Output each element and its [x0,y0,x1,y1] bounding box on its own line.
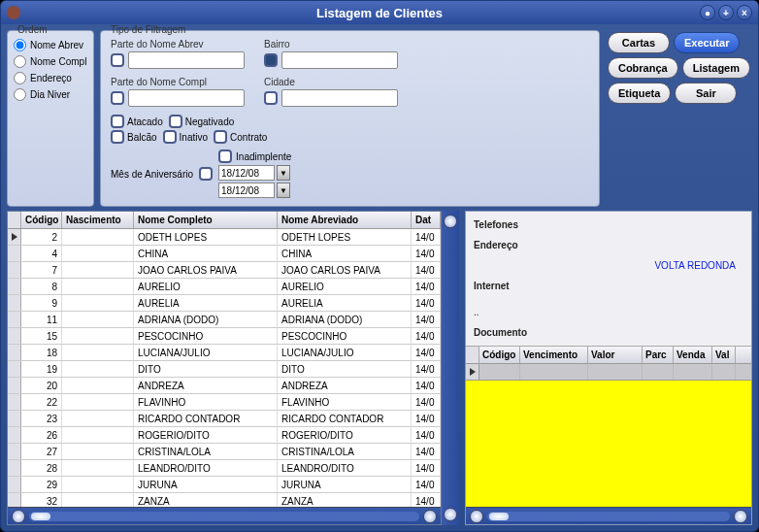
col-nome-completo[interactable]: Nome Completo [134,212,278,228]
scroll-up-icon[interactable] [444,215,457,228]
telefones-label: Telefones [474,219,743,230]
inativo-flag[interactable]: Inativo [163,130,208,144]
ordem-legend: Ordem [16,24,50,35]
col-nascimento[interactable]: Nascimento [62,212,134,228]
det-grid-body[interactable] [466,381,751,507]
cidade-filter: Cidade [264,77,398,107]
det-scroll-right-icon[interactable] [734,510,747,523]
internet-label: Internet [474,281,743,291]
det-col-parc[interactable]: Parc [643,347,674,363]
window-controls: ● + × [700,5,752,20]
maximize-icon[interactable]: + [718,5,734,20]
cobranca-button[interactable]: Cobrança [608,57,678,79]
action-buttons: Cartas Executar Cobrança Listagem Etique… [606,30,752,207]
close-icon[interactable]: × [737,5,752,20]
title-bar: Listagem de Clientes ● + × [1,1,758,24]
contrato-flag[interactable]: Contrato [214,130,267,144]
row-cursor-icon [12,233,17,241]
det-scroll-thumb[interactable] [489,513,509,520]
nome-abrev-check[interactable] [111,53,124,67]
table-row[interactable]: 4CHINACHINA14/0 [8,246,441,262]
ordem-nome-abrev[interactable]: Nome Abrev [14,39,87,51]
window-title: Listagem de Clientes [316,6,443,20]
nome-abrev-input[interactable] [128,51,245,69]
nome-compl-input[interactable] [128,89,245,107]
det-col-codigo[interactable]: Código [479,347,520,363]
table-row[interactable]: 7JOAO CARLOS PAIVAJOAO CARLOS PAIVA14/0 [8,262,441,279]
scroll-left-icon[interactable] [12,510,25,523]
table-row[interactable]: 27CRISTINA/LOLACRISTINA/LOLA14/0 [8,444,441,460]
det-col-val[interactable]: Val [712,347,736,363]
col-codigo[interactable]: Código [21,212,62,228]
city-value: VOLTA REDONDA [474,260,743,271]
col-dat[interactable]: Dat [412,212,441,228]
flags-column: Atacado Negativado Balcão Inativo Contra… [111,113,291,198]
grid-v-scrollbar[interactable] [442,211,459,525]
content-area: Ordem Nome Abrev Nome Compl Endereço Dia… [1,24,758,531]
etiqueta-button[interactable]: Etiqueta [608,83,671,104]
table-row[interactable]: 9AURELIAAURELIA14/0 [8,295,441,312]
sair-button[interactable]: Sair [675,83,737,104]
scroll-down-icon[interactable] [444,508,457,521]
det-col-valor[interactable]: Valor [588,347,643,363]
row-marker-header [8,212,21,228]
minimize-icon[interactable]: ● [700,5,715,20]
executar-button[interactable]: Executar [674,32,740,53]
negativado-flag[interactable]: Negativado [169,115,235,128]
balcao-flag[interactable]: Balcão [111,130,157,144]
det-scroll-left-icon[interactable] [470,510,483,523]
date2-dropdown[interactable]: ▼ [277,183,290,198]
details-grid: Código Vencimento Valor Parc Venda Val [466,346,751,524]
table-row[interactable]: 8AURELIOAURELIO14/0 [8,279,441,295]
scroll-right-icon[interactable] [423,510,437,523]
main-window: Listagem de Clientes ● + × Ordem Nome Ab… [0,0,759,532]
table-row[interactable]: 22FLAVINHOFLAVINHO14/0 [8,394,441,411]
cidade-input[interactable] [281,89,398,107]
table-row[interactable]: 28LEANDRO/DITOLEANDRO/DITO14/0 [8,460,441,477]
grid-body[interactable]: 2ODETH LOPESODETH LOPES14/04CHINACHINA14… [8,229,441,507]
table-row[interactable]: 15PESCOCINHOPESCOCINHO14/0 [8,328,441,345]
ordem-dia-niver[interactable]: Dia Niver [14,88,87,101]
table-row[interactable]: 29JURUNAJURUNA14/0 [8,477,441,493]
table-row[interactable]: 23RICARDO CONTADORRICARDO CONTADOR14/0 [8,411,441,427]
det-h-scrollbar[interactable] [466,507,751,524]
mes-check[interactable] [199,167,213,181]
det-col-venda[interactable]: Venda [674,347,712,363]
table-row[interactable]: 11ADRIANA (DODO)ADRIANA (DODO)14/0 [8,312,441,328]
clients-grid: Código Nascimento Nome Completo Nome Abr… [7,211,442,525]
table-row[interactable]: 19DITODITO14/0 [8,361,441,378]
nome-abrev-filter: Parte do Nome Abrev [111,39,245,69]
date1-input[interactable] [218,165,275,181]
grid-h-scrollbar[interactable] [8,507,441,524]
date2-input[interactable] [218,183,275,198]
mes-label: Mês de Aniversário [111,169,193,180]
filtragem-legend: Tipo de Filtragem [109,24,187,35]
table-row[interactable]: 18LUCIANA/JULIOLUCIANA/JULIO14/0 [8,345,441,361]
col-nome-abreviado[interactable]: Nome Abreviado [278,212,412,228]
table-row[interactable]: 20ANDREZAANDREZA14/0 [8,378,441,394]
table-row[interactable]: 26ROGERIO/DITOROGERIO/DITO14/0 [8,427,441,444]
bairro-check[interactable] [264,53,278,67]
cidade-check[interactable] [264,91,278,105]
nome-compl-filter: Parte do Nome Compl [111,77,245,107]
mid-section: Código Nascimento Nome Completo Nome Abr… [7,211,752,525]
nome-compl-check[interactable] [111,91,124,105]
cartas-button[interactable]: Cartas [608,32,670,53]
ordem-group: Ordem Nome Abrev Nome Compl Endereço Dia… [7,30,94,207]
ordem-endereco[interactable]: Endereço [14,72,87,84]
inadimplente-check[interactable] [218,150,232,163]
inadimplente-label: Inadimplente [236,151,291,162]
atacado-flag[interactable]: Atacado [111,115,163,128]
det-col-vencimento[interactable]: Vencimento [520,347,588,363]
documento-label: Documento [474,327,743,338]
scroll-thumb[interactable] [31,513,50,520]
date1-dropdown[interactable]: ▼ [277,165,290,181]
table-row[interactable]: 32ZANZAZANZA14/0 [8,493,441,507]
det-cursor-row[interactable] [466,364,751,381]
listagem-button[interactable]: Listagem [682,57,750,79]
ordem-nome-compl[interactable]: Nome Compl [14,55,87,68]
app-icon [7,6,20,19]
bairro-input[interactable] [281,51,398,69]
bairro-filter: Bairro [264,39,398,69]
table-row[interactable]: 2ODETH LOPESODETH LOPES14/0 [8,229,441,246]
